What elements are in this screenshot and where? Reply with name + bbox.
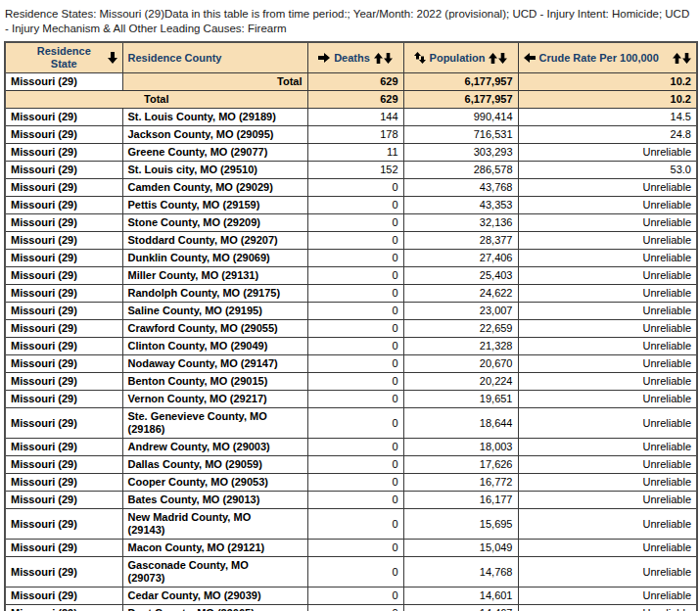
- column-header-deaths: Deaths: [307, 42, 403, 73]
- population-total-cell: 6,177,957: [403, 91, 518, 109]
- crude-rate-cell: Unreliable: [518, 250, 697, 267]
- crude-rate-total-cell: 10.2: [518, 73, 697, 91]
- table-row: Missouri (29)Dallas County, MO (29059)01…: [5, 456, 697, 474]
- crude-rate-cell: Unreliable: [518, 320, 697, 338]
- county-cell: Miller County, MO (29131): [122, 267, 307, 285]
- sort-descending-icon[interactable]: [384, 53, 393, 64]
- deaths-cell: 0: [307, 179, 403, 197]
- state-cell: Missouri (29): [5, 250, 122, 267]
- deaths-cell: 0: [307, 605, 403, 611]
- deaths-cell: 144: [307, 109, 403, 126]
- population-cell: 286,578: [403, 162, 518, 179]
- crude-rate-cell: Unreliable: [518, 408, 697, 439]
- state-cell: Missouri (29): [5, 214, 122, 232]
- population-cell: 19,651: [403, 391, 518, 408]
- crude-rate-cell: Unreliable: [518, 456, 697, 474]
- move-column-right-icon[interactable]: [318, 53, 330, 63]
- sort-ascending-icon[interactable]: [673, 53, 681, 64]
- deaths-cell: 0: [307, 557, 403, 588]
- state-cell: Missouri (29): [5, 474, 122, 492]
- residence-county-header-label: Residence County: [128, 52, 222, 64]
- deaths-cell: 0: [307, 439, 403, 456]
- crude-rate-cell: Unreliable: [518, 588, 697, 605]
- deaths-cell: 0: [307, 232, 403, 250]
- county-cell: Crawford County, MO (29055): [122, 320, 307, 338]
- deaths-cell: 0: [307, 408, 403, 439]
- state-cell: Missouri (29): [5, 492, 122, 509]
- query-criteria-caption: Residence States: Missouri (29)Data in t…: [0, 0, 696, 41]
- deaths-cell: 0: [307, 391, 403, 408]
- sort-descending-icon[interactable]: [108, 52, 117, 65]
- table-row: Missouri (29)Pettis County, MO (29159)04…: [5, 197, 697, 214]
- state-cell: Missouri (29): [5, 439, 122, 456]
- deaths-total-cell: 629: [307, 73, 403, 91]
- crude-rate-cell: 14.5: [518, 109, 697, 126]
- state-cell: Missouri (29): [5, 109, 122, 126]
- population-cell: 16,772: [403, 474, 518, 492]
- state-cell: Missouri (29): [5, 126, 122, 144]
- crude-rate-cell: Unreliable: [518, 214, 697, 232]
- county-cell: Saline County, MO (29195): [122, 303, 307, 320]
- sort-descending-icon[interactable]: [682, 53, 691, 64]
- sort-ascending-icon[interactable]: [374, 53, 383, 64]
- county-cell: Benton County, MO (29015): [122, 373, 307, 391]
- table-row: Missouri (29)New Madrid County, MO (2914…: [5, 509, 697, 540]
- table-row: Missouri (29)Benton County, MO (29015)02…: [5, 373, 697, 391]
- population-cell: 15,695: [403, 509, 518, 540]
- county-cell: Clinton County, MO (29049): [122, 338, 307, 355]
- population-cell: 14,768: [403, 557, 518, 588]
- population-cell: 43,353: [403, 197, 518, 214]
- crude-rate-cell: Unreliable: [518, 373, 697, 391]
- state-cell: Missouri (29): [5, 285, 122, 303]
- state-cell: Missouri (29): [5, 73, 122, 91]
- state-cell: Missouri (29): [5, 179, 122, 197]
- county-cell: St. Louis County, MO (29189): [122, 109, 307, 126]
- table-row: Missouri (29)Dent County, MO (29065)014,…: [5, 605, 697, 611]
- column-header-residence-state: Residence State: [5, 42, 122, 73]
- population-cell: 24,622: [403, 285, 518, 303]
- county-cell: Ste. Genevieve County, MO (29186): [122, 408, 307, 439]
- state-cell: Missouri (29): [5, 456, 122, 474]
- state-cell: Missouri (29): [5, 197, 122, 214]
- population-cell: 43,768: [403, 179, 518, 197]
- population-cell: 15,049: [403, 540, 518, 557]
- population-cell: 23,007: [403, 303, 518, 320]
- swap-vertical-icon[interactable]: [414, 52, 426, 64]
- crude-rate-cell: 24.8: [518, 126, 697, 144]
- crude-rate-cell: Unreliable: [518, 557, 697, 588]
- deaths-cell: 0: [307, 285, 403, 303]
- crude-rate-cell: Unreliable: [518, 267, 697, 285]
- move-column-left-icon[interactable]: [524, 53, 536, 63]
- crude-rate-cell: Unreliable: [518, 474, 697, 492]
- wonder-results-page: Residence States: Missouri (29)Data in t…: [0, 0, 700, 611]
- population-cell: 22,659: [403, 320, 518, 338]
- sort-ascending-icon[interactable]: [489, 53, 497, 64]
- county-cell: New Madrid County, MO (29143): [122, 509, 307, 540]
- deaths-cell: 0: [307, 250, 403, 267]
- table-row: Missouri (29)Macon County, MO (29121)015…: [5, 540, 697, 557]
- population-cell: 20,224: [403, 373, 518, 391]
- column-header-population: Population: [403, 42, 518, 73]
- state-total-label: Total: [122, 73, 307, 91]
- county-cell: Dallas County, MO (29059): [122, 456, 307, 474]
- crude-rate-cell: Unreliable: [518, 439, 697, 456]
- state-cell: Missouri (29): [5, 391, 122, 408]
- county-cell: Pettis County, MO (29159): [122, 197, 307, 214]
- county-cell: Andrew County, MO (29003): [122, 439, 307, 456]
- state-cell: Missouri (29): [5, 605, 122, 611]
- deaths-cell: 11: [307, 144, 403, 162]
- table-row: Missouri (29)Nodaway County, MO (29147)0…: [5, 355, 697, 373]
- crude-rate-cell: Unreliable: [518, 338, 697, 355]
- deaths-cell: 0: [307, 540, 403, 557]
- county-cell: Jackson County, MO (29095): [122, 126, 307, 144]
- deaths-cell: 0: [307, 320, 403, 338]
- crude-rate-cell: Unreliable: [518, 197, 697, 214]
- table-row: Missouri (29)Dunklin County, MO (29069)0…: [5, 250, 697, 267]
- deaths-cell: 0: [307, 474, 403, 492]
- population-cell: 14,601: [403, 588, 518, 605]
- state-cell: Missouri (29): [5, 355, 122, 373]
- crude-rate-total-cell: 10.2: [518, 91, 697, 109]
- state-cell: Missouri (29): [5, 509, 122, 540]
- table-row: Missouri (29)St. Louis city, MO (29510)1…: [5, 162, 697, 179]
- sort-descending-active-icon[interactable]: [498, 53, 507, 64]
